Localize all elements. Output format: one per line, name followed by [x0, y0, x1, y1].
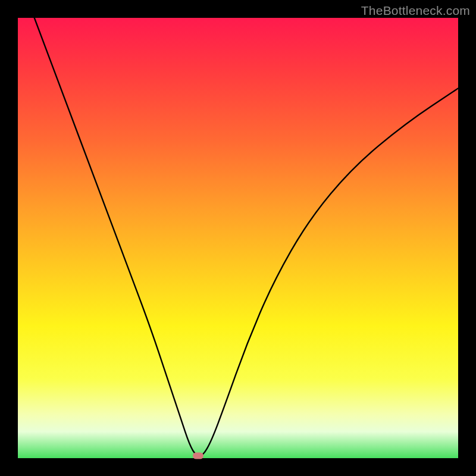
- curve-svg: [18, 18, 458, 458]
- watermark-text: TheBottleneck.com: [361, 4, 470, 18]
- plot-area: [18, 18, 458, 458]
- minimum-marker: [193, 453, 203, 459]
- chart-container: TheBottleneck.com: [0, 0, 476, 476]
- bottleneck-curve-path: [18, 18, 458, 456]
